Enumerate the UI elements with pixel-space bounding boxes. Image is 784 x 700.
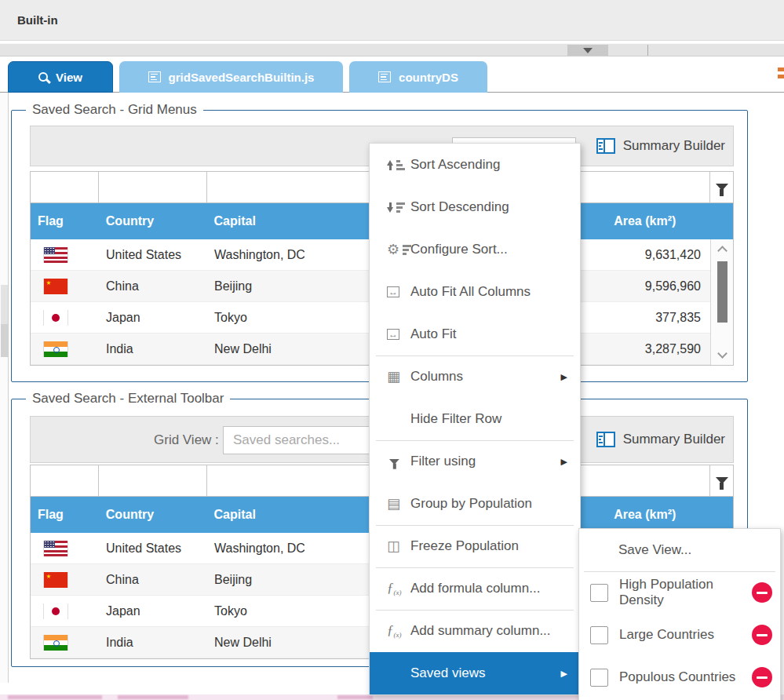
- filter-menu-button[interactable]: [710, 465, 733, 496]
- country-cell: Japan: [99, 604, 207, 618]
- filter-input-flag[interactable]: [31, 172, 99, 202]
- area-cell: 9,631,420: [582, 248, 711, 262]
- column-header-capital[interactable]: Capital: [207, 203, 370, 239]
- grid-view-label: Grid View :: [154, 432, 219, 448]
- group-icon: ▤: [387, 497, 410, 511]
- view-checkbox[interactable]: [590, 626, 608, 644]
- filter-funnel-icon: [716, 184, 728, 191]
- scrollbar-thumb[interactable]: [1, 324, 8, 357]
- code-icon[interactable]: [778, 67, 784, 85]
- country-cell: India: [99, 342, 207, 356]
- column-header-country[interactable]: Country: [99, 203, 207, 239]
- view-checkbox[interactable]: [590, 584, 608, 602]
- menu-item-group-by-population[interactable]: ▤ Group by Population: [370, 483, 580, 525]
- menu-item-freeze-population[interactable]: ◫ Freeze Population: [370, 525, 580, 567]
- submenu-item-high-population-density[interactable]: High Population Density: [579, 571, 780, 614]
- horizontal-splitter[interactable]: [0, 43, 784, 57]
- menu-item-hide-filter-row[interactable]: Hide Filter Row: [370, 398, 580, 440]
- menu-item-configure-sort[interactable]: ⚙ Configure Sort...: [370, 228, 580, 271]
- country-cell: India: [99, 636, 207, 650]
- column-header-filler: [709, 203, 733, 239]
- submenu-item-large-countries[interactable]: Large Countries: [579, 614, 780, 656]
- scrollbar-thumb[interactable]: [717, 261, 727, 323]
- sort-ascending-icon: [387, 160, 410, 170]
- flag-us: [44, 541, 67, 556]
- menu-item-add-summary-column[interactable]: ƒ(x) Add summary column...: [370, 610, 580, 652]
- search-icon: [38, 72, 48, 82]
- country-cell: United States: [99, 248, 207, 262]
- autofit-icon: ↔: [387, 329, 410, 340]
- capital-cell: Beijing: [207, 573, 370, 587]
- menu-item-sort-descending[interactable]: Sort Descending: [370, 186, 580, 228]
- menu-item-saved-views[interactable]: Saved views ▶: [370, 652, 580, 695]
- column-header-area[interactable]: Area (km²): [580, 203, 709, 239]
- freeze-icon: ◫: [387, 539, 410, 553]
- menu-item-sort-ascending[interactable]: Sort Ascending: [370, 144, 580, 186]
- column-header-capital[interactable]: Capital: [207, 497, 370, 533]
- splitter-divider: [647, 45, 648, 56]
- column-header-flag[interactable]: Flag: [31, 203, 99, 239]
- submenu-arrow-icon: ▶: [561, 457, 567, 467]
- page-header: Built-in: [0, 0, 784, 41]
- filter-funnel-icon: [716, 477, 728, 484]
- view-checkbox[interactable]: [590, 669, 608, 687]
- flag-china: [44, 279, 67, 294]
- delete-view-button[interactable]: [752, 667, 772, 687]
- configure-sort-icon: ⚙: [387, 242, 410, 257]
- delete-view-button[interactable]: [752, 625, 772, 645]
- tab-label: gridSavedSearchBuiltin.js: [169, 71, 315, 84]
- filter-input-area[interactable]: [581, 465, 710, 496]
- capital-cell: New Delhi: [207, 636, 370, 650]
- flag-japan: [44, 310, 67, 326]
- chevron-down-icon: [583, 48, 593, 53]
- flag-india: [44, 341, 67, 357]
- tab-view[interactable]: View: [8, 61, 113, 93]
- summary-builder-label: Summary Builder: [623, 138, 725, 154]
- formula-icon: ƒ(x): [387, 580, 410, 596]
- scroll-up-icon[interactable]: [717, 246, 727, 256]
- filter-input-country[interactable]: [99, 172, 207, 202]
- vertical-scrollbar[interactable]: [710, 239, 733, 365]
- tab-country-ds[interactable]: countryDS: [349, 61, 487, 93]
- summary-builder-icon: [596, 432, 615, 447]
- flag-japan: [44, 603, 67, 619]
- flag-us: [44, 247, 67, 263]
- summary-builder-button[interactable]: Summary Builder: [596, 138, 725, 154]
- filter-menu-button[interactable]: [710, 172, 733, 202]
- column-header-country[interactable]: Country: [99, 497, 207, 533]
- filter-input-area[interactable]: [581, 172, 710, 202]
- menu-item-autofit[interactable]: ↔ Auto Fit: [370, 313, 580, 355]
- menu-item-autofit-all-columns[interactable]: ↔ Auto Fit All Columns: [370, 271, 580, 313]
- file-icon: [378, 71, 391, 82]
- capital-cell: Tokyo: [207, 311, 370, 325]
- submenu-item-populous-countries[interactable]: Populous Countries: [579, 656, 780, 698]
- summary-builder-button[interactable]: Summary Builder: [596, 432, 725, 447]
- country-cell: United States: [99, 541, 207, 556]
- filter-input-flag[interactable]: [31, 465, 99, 496]
- filter-input-capital[interactable]: [207, 465, 370, 496]
- splitter-collapse-button[interactable]: [567, 45, 608, 56]
- submenu-arrow-icon: ▶: [561, 372, 567, 382]
- page-scrollbar[interactable]: [0, 93, 9, 683]
- formula-icon: ƒ(x): [387, 622, 410, 639]
- sort-descending-icon: [387, 202, 410, 213]
- menu-item-add-formula-column[interactable]: ƒ(x) Add formula column...: [370, 567, 580, 610]
- filter-input-country[interactable]: [99, 465, 207, 496]
- submenu-item-save-view[interactable]: Save View...: [579, 529, 780, 571]
- capital-cell: Washington, DC: [207, 248, 370, 262]
- delete-view-button[interactable]: [752, 582, 772, 603]
- tab-grid-saved-search-builtin-js[interactable]: gridSavedSearchBuiltin.js: [119, 61, 343, 93]
- capital-cell: Tokyo: [207, 604, 370, 618]
- summary-builder-label: Summary Builder: [623, 432, 725, 447]
- menu-item-filter-using[interactable]: Filter using ▶: [370, 440, 580, 483]
- capital-cell: Beijing: [207, 279, 370, 293]
- filter-input-capital[interactable]: [207, 172, 370, 202]
- area-cell: 377,835: [582, 311, 711, 325]
- tab-label: View: [56, 71, 82, 84]
- column-header-flag[interactable]: Flag: [31, 497, 99, 533]
- tab-label: countryDS: [399, 71, 458, 84]
- flag-india: [44, 635, 67, 651]
- menu-item-columns[interactable]: ▦ Columns ▶: [370, 355, 580, 398]
- scroll-down-icon[interactable]: [717, 348, 727, 359]
- submenu-arrow-icon: ▶: [561, 669, 567, 679]
